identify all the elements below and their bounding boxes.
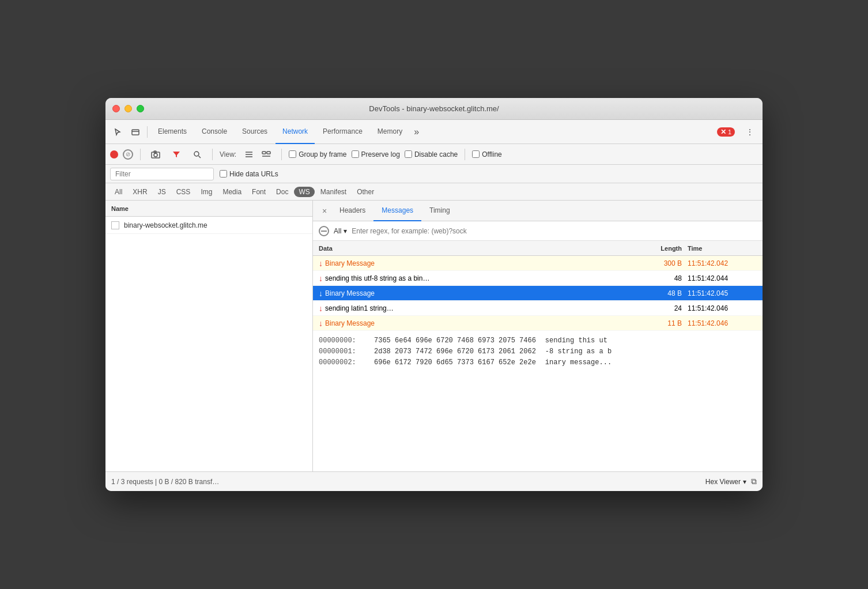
type-filter-css[interactable]: CSS xyxy=(172,187,195,197)
hex-bytes-2: 696e 6172 7920 6d65 7373 6167 652e 2e2e xyxy=(374,357,536,368)
offline-group: Offline xyxy=(472,150,501,158)
msg-name-0: Binary Message xyxy=(325,259,375,267)
detail-view-icon[interactable] xyxy=(258,146,274,163)
devtools-menu-icon[interactable]: ⋮ xyxy=(742,124,758,140)
hex-addr-1: 00000001: xyxy=(319,346,365,357)
traffic-lights xyxy=(112,105,144,112)
svg-rect-10 xyxy=(262,152,266,154)
status-right: Hex Viewer ▾ ⧉ xyxy=(705,477,757,486)
message-row-1[interactable]: ↓ sending this utf-8 string as a bin… 48… xyxy=(313,271,763,286)
network-toolbar: ⊘ View: Group by frame Preserve l xyxy=(105,144,763,165)
type-filter-manifest[interactable]: Manifest xyxy=(316,187,351,197)
type-filter-doc[interactable]: Doc xyxy=(271,187,293,197)
more-tabs-button[interactable]: » xyxy=(410,127,422,137)
tab-console[interactable]: Console xyxy=(195,120,234,144)
message-row-2[interactable]: ↓ Binary Message 48 B 11:51:42.045 xyxy=(313,286,763,301)
arrow-icon-3: ↓ xyxy=(319,304,323,313)
hex-text-1: -8 string as a b xyxy=(545,346,612,357)
tab-sources[interactable]: Sources xyxy=(235,120,274,144)
hex-addr-2: 00000002: xyxy=(319,357,365,368)
status-text: 1 / 3 requests | 0 B / 820 B transf… xyxy=(111,478,219,486)
main-content: Name binary-websocket.glitch.me × Header… xyxy=(105,201,763,471)
no-entry-icon xyxy=(319,226,329,236)
maximize-button[interactable] xyxy=(137,105,144,112)
disable-cache-group: Disable cache xyxy=(405,150,458,158)
tab-messages[interactable]: Messages xyxy=(373,201,421,221)
cursor-icon[interactable] xyxy=(110,124,126,140)
window-title: DevTools - binary-websocket.glitch.me/ xyxy=(369,104,499,113)
request-icon xyxy=(111,221,119,229)
message-row-0[interactable]: ↓ Binary Message 300 B 11:51:42.042 xyxy=(313,256,763,271)
msg-time-1: 11:51:42.044 xyxy=(688,274,757,282)
view-label: View: xyxy=(220,150,236,158)
hex-bytes-0: 7365 6e64 696e 6720 7468 6973 2075 7466 xyxy=(374,335,536,346)
dock-icon[interactable] xyxy=(127,124,144,140)
message-row-4[interactable]: ↓ Binary Message 11 B 11:51:42.046 xyxy=(313,316,763,331)
list-view-icon[interactable] xyxy=(241,146,257,163)
group-by-frame-label: Group by frame xyxy=(299,150,346,158)
tab-elements[interactable]: Elements xyxy=(151,120,194,144)
msg-name-1: sending this utf-8 string as a bin… xyxy=(325,274,429,282)
hide-urls-checkbox[interactable] xyxy=(220,170,227,178)
arrow-icon-1: ↓ xyxy=(319,274,323,283)
record-button[interactable] xyxy=(110,150,118,158)
search-icon[interactable] xyxy=(189,146,205,163)
group-by-frame-group: Group by frame xyxy=(289,150,346,158)
minimize-button[interactable] xyxy=(124,105,132,112)
msg-length-4: 11 B xyxy=(630,319,688,327)
title-bar: DevTools - binary-websocket.glitch.me/ xyxy=(105,98,763,120)
separator1 xyxy=(140,149,141,160)
group-by-frame-checkbox[interactable] xyxy=(289,150,296,158)
msg-length-1: 48 xyxy=(630,274,688,282)
type-filter-all[interactable]: All xyxy=(110,187,127,197)
type-filter-media[interactable]: Media xyxy=(218,187,246,197)
close-detail-button[interactable]: × xyxy=(318,204,331,218)
svg-rect-11 xyxy=(267,152,270,154)
msg-length-0: 300 B xyxy=(630,259,688,267)
type-filter-xhr[interactable]: XHR xyxy=(128,187,152,197)
msg-time-2: 11:51:42.045 xyxy=(688,289,757,297)
filter-dropdown[interactable]: All ▾ xyxy=(334,227,347,235)
regex-filter-input[interactable] xyxy=(352,227,757,235)
tab-memory[interactable]: Memory xyxy=(371,120,409,144)
offline-checkbox[interactable] xyxy=(472,150,480,158)
close-button[interactable] xyxy=(112,105,120,112)
filter-bar: Hide data URLs xyxy=(105,165,763,183)
type-filter-ws[interactable]: WS xyxy=(294,187,314,197)
type-filter-font[interactable]: Font xyxy=(247,187,270,197)
separator3 xyxy=(281,149,282,160)
disable-cache-label: Disable cache xyxy=(414,150,458,158)
error-badge: ✕ 1 xyxy=(717,127,735,137)
msg-name-2: Binary Message xyxy=(325,289,375,297)
filter-input[interactable] xyxy=(110,168,214,180)
copy-icon[interactable]: ⧉ xyxy=(751,477,757,486)
tab-performance[interactable]: Performance xyxy=(316,120,369,144)
disable-cache-checkbox[interactable] xyxy=(405,150,412,158)
request-name: binary-websocket.glitch.me xyxy=(124,221,207,229)
separator2 xyxy=(212,149,213,160)
tab-network[interactable]: Network xyxy=(276,120,315,144)
request-item[interactable]: binary-websocket.glitch.me xyxy=(105,217,312,234)
filter-icon[interactable] xyxy=(168,146,184,163)
error-count: 1 xyxy=(728,129,731,135)
clear-button[interactable]: ⊘ xyxy=(123,149,133,160)
hex-viewer-arrow: ▾ xyxy=(743,478,746,486)
tab-separator xyxy=(147,126,148,138)
status-bar: 1 / 3 requests | 0 B / 820 B transf… Hex… xyxy=(105,471,763,491)
type-filter-other[interactable]: Other xyxy=(352,187,379,197)
view-icons xyxy=(241,146,274,163)
tab-timing[interactable]: Timing xyxy=(421,201,458,221)
arrow-icon-2: ↓ xyxy=(319,289,323,298)
hex-bytes-1: 2d38 2073 7472 696e 6720 6173 2061 2062 xyxy=(374,346,536,357)
hide-urls-group: Hide data URLs xyxy=(220,170,278,178)
hex-addr-0: 00000000: xyxy=(319,335,365,346)
screenshot-button[interactable] xyxy=(148,146,164,163)
msg-time-4: 11:51:42.046 xyxy=(688,319,757,327)
tab-headers[interactable]: Headers xyxy=(331,201,373,221)
preserve-log-checkbox[interactable] xyxy=(352,150,359,158)
type-filter-img[interactable]: Img xyxy=(196,187,217,197)
type-filter-js[interactable]: JS xyxy=(153,187,171,197)
hex-viewer-button[interactable]: Hex Viewer ▾ xyxy=(705,478,746,486)
message-row-3[interactable]: ↓ sending latin1 string… 24 11:51:42.046 xyxy=(313,301,763,316)
hex-viewer-label: Hex Viewer xyxy=(705,478,741,486)
